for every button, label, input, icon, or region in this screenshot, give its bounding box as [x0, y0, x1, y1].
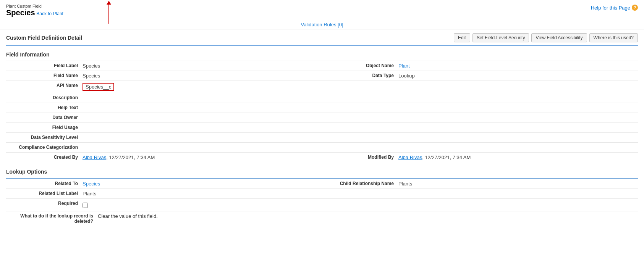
where-is-used-button[interactable]: Where is this used?: [589, 33, 638, 42]
data-owner-value: [83, 113, 322, 122]
left-col: Compliance Categorization: [6, 143, 322, 152]
api-name-value: Species__c: [83, 81, 322, 93]
object-name-value[interactable]: Plant: [398, 61, 638, 71]
related-to-label: Related To: [6, 179, 83, 188]
left-col: API Name Species__c: [6, 81, 322, 93]
table-row: Compliance Categorization: [6, 142, 638, 152]
right-col: Child Relationship Name Plants: [322, 179, 638, 188]
help-link[interactable]: Help for this Page ?: [591, 5, 638, 11]
right-col: Data Type Lookup: [322, 71, 638, 81]
lookup-deleted-value: Clear the value of this field.: [98, 211, 322, 226]
related-to-value[interactable]: Species: [83, 179, 322, 188]
content-area: Custom Field Definition Detail Edit Set …: [0, 29, 644, 227]
data-owner-label: Data Owner: [6, 113, 83, 122]
table-row: What to do if the lookup record is delet…: [6, 211, 638, 226]
page-title: Species: [6, 8, 35, 17]
table-row: Help Text: [6, 103, 638, 113]
right-col: Modified By Alba Rivas, 12/27/2021, 7:34…: [322, 153, 638, 162]
table-row: Data Sensitivity Level: [6, 132, 638, 142]
compliance-value: [83, 143, 322, 152]
lookup-options-section: Lookup Options Related To Species Child …: [6, 163, 638, 227]
table-row: Field Label Species Object Name Plant: [6, 61, 638, 71]
right-col: [322, 123, 638, 132]
right-col: [322, 133, 638, 142]
left-col: Data Owner: [6, 113, 322, 122]
object-name-label: Object Name: [322, 61, 398, 71]
right-col: [322, 143, 638, 152]
help-link-text: Help for this Page: [591, 5, 630, 11]
page-subtitle: Plant Custom Field: [6, 4, 638, 8]
left-col: Required: [6, 199, 322, 211]
validation-row: Validation Rules [0]: [0, 19, 644, 29]
left-col: Created By Alba Rivas, 12/27/2021, 7:34 …: [6, 153, 322, 162]
empty-label: [322, 81, 398, 93]
data-type-label: Data Type: [322, 71, 398, 81]
table-row: Created By Alba Rivas, 12/27/2021, 7:34 …: [6, 152, 638, 162]
view-field-accessibility-button[interactable]: View Field Accessibility: [531, 33, 587, 42]
help-icon: ?: [632, 5, 638, 11]
section-toolbar: Custom Field Definition Detail Edit Set …: [6, 29, 638, 46]
api-name-label: API Name: [6, 81, 83, 93]
field-information-title: Field Information: [6, 49, 638, 61]
related-list-label-value: Plants: [83, 189, 322, 198]
right-col: [322, 103, 638, 113]
field-name-label: Field Name: [6, 71, 83, 81]
table-row: Field Usage: [6, 122, 638, 132]
created-by-label: Created By: [6, 153, 83, 162]
table-row: API Name Species__c: [6, 81, 638, 93]
field-usage-label: Field Usage: [6, 123, 83, 132]
required-label: Required: [6, 199, 83, 211]
left-col: Field Usage: [6, 123, 322, 132]
set-field-level-security-button[interactable]: Set Field-Level Security: [472, 33, 529, 42]
page-header: Plant Custom Field Species Species__r Ba…: [0, 0, 644, 19]
toolbar-buttons: Edit Set Field-Level Security View Field…: [454, 33, 638, 42]
help-text-label: Help Text: [6, 103, 83, 113]
annotation-container: Species Species__r: [6, 8, 35, 17]
table-row: Related To Species Child Relationship Na…: [6, 179, 638, 188]
section-toolbar-title: Custom Field Definition Detail: [6, 35, 82, 41]
created-by-link[interactable]: Alba Rivas: [83, 155, 106, 160]
right-col: [322, 93, 638, 103]
table-row: Data Owner: [6, 113, 638, 122]
modified-by-label: Modified By: [322, 153, 398, 162]
required-value: [83, 199, 322, 211]
created-by-value: Alba Rivas, 12/27/2021, 7:34 AM: [83, 153, 322, 162]
empty-value: [398, 81, 638, 93]
left-col: Help Text: [6, 103, 322, 113]
right-col: [322, 81, 638, 93]
right-col: [322, 199, 638, 211]
right-col: Object Name Plant: [322, 61, 638, 71]
lookup-options-title: Lookup Options: [6, 166, 638, 179]
description-label: Description: [6, 93, 83, 103]
field-name-value: Species: [83, 71, 322, 81]
right-col: [322, 211, 638, 226]
table-row: Related List Label Plants: [6, 188, 638, 198]
left-col: Related List Label Plants: [6, 189, 322, 198]
back-to-plant-link[interactable]: Back to Plant: [36, 11, 63, 16]
field-label-label: Field Label: [6, 61, 83, 71]
related-list-label-label: Related List Label: [6, 189, 83, 198]
data-sensitivity-label: Data Sensitivity Level: [6, 133, 83, 142]
table-row: Required: [6, 198, 638, 211]
left-col: Description: [6, 93, 322, 103]
data-type-value: Lookup: [398, 71, 638, 81]
help-text-value: [83, 103, 322, 113]
left-col: Data Sensitivity Level: [6, 133, 322, 142]
right-col: [322, 113, 638, 122]
table-row: Description: [6, 93, 638, 103]
edit-button[interactable]: Edit: [454, 33, 470, 42]
left-col: Field Label Species: [6, 61, 322, 71]
lookup-deleted-label: What to do if the lookup record is delet…: [6, 211, 98, 226]
modified-by-value: Alba Rivas, 12/27/2021, 7:34 AM: [398, 153, 638, 162]
required-checkbox[interactable]: [83, 203, 88, 208]
validation-rules-link[interactable]: Validation Rules [0]: [301, 22, 343, 27]
left-col: What to do if the lookup record is delet…: [6, 211, 322, 226]
child-relationship-value: Plants: [398, 179, 638, 188]
left-col: Related To Species: [6, 179, 322, 188]
annotation-arrow: [108, 1, 109, 24]
field-label-value: Species: [83, 61, 322, 71]
field-information-section: Field Information Field Label Species Ob…: [6, 46, 638, 163]
left-col: Field Name Species: [6, 71, 322, 81]
modified-by-link[interactable]: Alba Rivas: [398, 155, 422, 160]
description-value: [83, 93, 322, 103]
